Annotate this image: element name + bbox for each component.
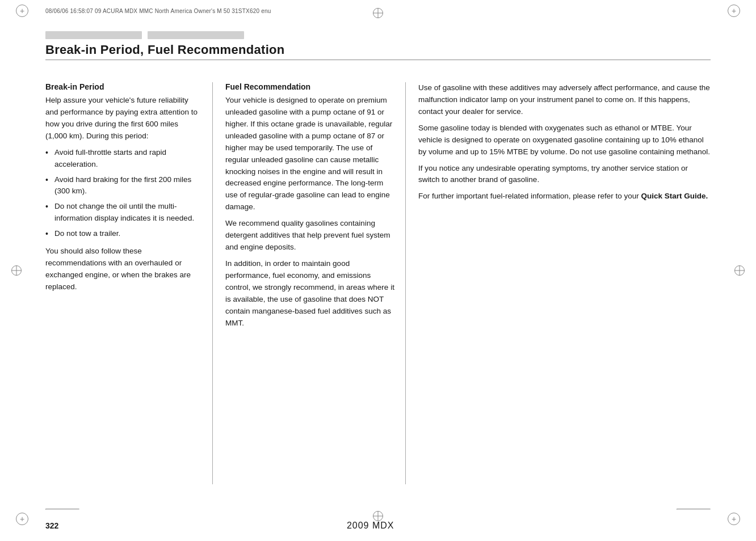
- bullet-2: Avoid hard braking for the first 200 mil…: [45, 174, 201, 198]
- title-decorations: [45, 31, 711, 39]
- break-in-closing: You should also follow these recommendat…: [45, 246, 201, 293]
- right-para3: If you notice any undesirable operating …: [418, 163, 711, 187]
- corner-mark-br: [728, 513, 740, 525]
- right-col-body: Use of gasoline with these additives may…: [418, 82, 711, 202]
- fuel-rec-heading: Fuel Recommendation: [225, 82, 395, 91]
- reg-mark-left: [11, 265, 22, 276]
- title-decoration-rect-1: [45, 31, 142, 39]
- footer-rule-right: [677, 509, 711, 510]
- right-para4-prefix: For further important fuel-related infor…: [418, 192, 641, 200]
- col-right: Use of gasoline with these additives may…: [406, 82, 711, 484]
- title-rule: [45, 60, 711, 60]
- page-number: 322: [45, 521, 58, 530]
- content-area: Break-in Period Help assure your vehicle…: [45, 82, 711, 484]
- footer: 322 2009 MDX: [45, 521, 711, 531]
- corner-mark-tl: [16, 5, 28, 17]
- bullet-4: Do not tow a trailer.: [45, 228, 201, 240]
- bullet-1: Avoid full-throttle starts and rapid acc…: [45, 147, 201, 171]
- model-name: 2009 MDX: [347, 521, 394, 531]
- break-in-period-heading: Break-in Period: [45, 82, 201, 91]
- col-left: Break-in Period Help assure your vehicle…: [45, 82, 213, 484]
- right-para2: Some gasoline today is blended with oxyg…: [418, 122, 711, 158]
- header-meta: 08/06/06 16:58:07 09 ACURA MDX MMC North…: [45, 8, 271, 14]
- page: 08/06/06 16:58:07 09 ACURA MDX MMC North…: [0, 0, 756, 541]
- fuel-rec-para2: We recommend quality gasolines containin…: [225, 218, 395, 253]
- reg-mark-bottom: [373, 511, 383, 521]
- break-in-intro: Help assure your vehicle's future reliab…: [45, 95, 201, 142]
- title-decoration-rect-2: [148, 31, 244, 39]
- right-para4: For further important fuel-related infor…: [418, 191, 711, 202]
- fuel-rec-para1: Your vehicle is designed to operate on p…: [225, 95, 395, 213]
- break-in-period-body: Help assure your vehicle's future reliab…: [45, 95, 201, 293]
- break-in-bullets: Avoid full-throttle starts and rapid acc…: [45, 147, 201, 240]
- fuel-rec-body: Your vehicle is designed to operate on p…: [225, 95, 395, 329]
- reg-mark-right: [734, 265, 745, 276]
- corner-mark-bl: [16, 513, 28, 525]
- right-para4-bold: Quick Start Guide.: [641, 192, 708, 200]
- reg-mark-top: [373, 8, 383, 18]
- page-title: Break-in Period, Fuel Recommendation: [45, 43, 711, 57]
- fuel-rec-para3: In addition, in order to maintain good p…: [225, 258, 395, 329]
- footer-rule-left: [45, 509, 79, 510]
- title-section: Break-in Period, Fuel Recommendation: [45, 31, 711, 60]
- corner-mark-tr: [728, 5, 740, 17]
- bullet-3: Do not change the oil until the multi-in…: [45, 201, 201, 225]
- col-center: Fuel Recommendation Your vehicle is desi…: [213, 82, 406, 484]
- right-para1: Use of gasoline with these additives may…: [418, 82, 711, 118]
